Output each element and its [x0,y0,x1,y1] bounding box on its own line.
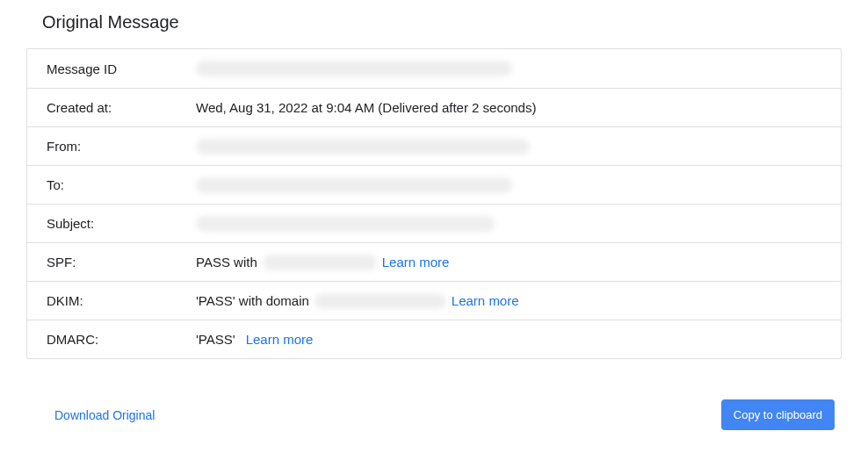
dmarc-status-text: 'PASS' [196,332,235,347]
spf-status-text: PASS with [196,255,257,270]
label-message-id: Message ID [27,61,196,76]
row-message-id: Message ID [27,49,841,88]
value-to [196,177,841,193]
row-spf: SPF: PASS with Learn more [27,242,841,281]
original-message-panel: Original Message Message ID Created at: … [0,0,868,448]
redacted-spf-ip [263,255,377,270]
label-from: From: [27,139,196,154]
redacted-message-id [196,61,512,76]
page-title: Original Message [42,12,842,32]
dmarc-learn-more-link[interactable]: Learn more [246,332,314,347]
value-subject [196,216,841,232]
label-created-at: Created at: [27,100,196,115]
row-dmarc: DMARC: 'PASS' Learn more [27,320,841,358]
label-to: To: [27,177,196,192]
label-subject: Subject: [27,216,196,231]
copy-to-clipboard-button[interactable]: Copy to clipboard [721,399,835,430]
headers-table: Message ID Created at: Wed, Aug 31, 2022… [26,48,842,359]
row-created-at: Created at: Wed, Aug 31, 2022 at 9:04 AM… [27,88,841,126]
row-from: From: [27,126,841,165]
spf-learn-more-link[interactable]: Learn more [382,255,450,270]
value-dkim: 'PASS' with domain Learn more [196,293,841,309]
row-to: To: [27,165,841,204]
label-spf: SPF: [27,255,196,270]
value-created-at: Wed, Aug 31, 2022 at 9:04 AM (Delivered … [196,100,841,115]
value-message-id [196,61,841,76]
value-dmarc: 'PASS' Learn more [196,332,841,347]
row-subject: Subject: [27,204,841,242]
redacted-to [196,177,512,193]
value-from [196,139,841,155]
redacted-dkim-domain [315,293,446,309]
label-dmarc: DMARC: [27,332,196,347]
redacted-from [196,139,530,155]
footer-actions: Download Original Copy to clipboard [26,399,842,430]
row-dkim: DKIM: 'PASS' with domain Learn more [27,281,841,320]
value-spf: PASS with Learn more [196,255,841,270]
download-original-link[interactable]: Download Original [54,408,155,422]
redacted-subject [196,216,495,232]
dkim-status-text: 'PASS' with domain [196,293,309,308]
label-dkim: DKIM: [27,293,196,308]
dkim-learn-more-link[interactable]: Learn more [452,293,519,308]
